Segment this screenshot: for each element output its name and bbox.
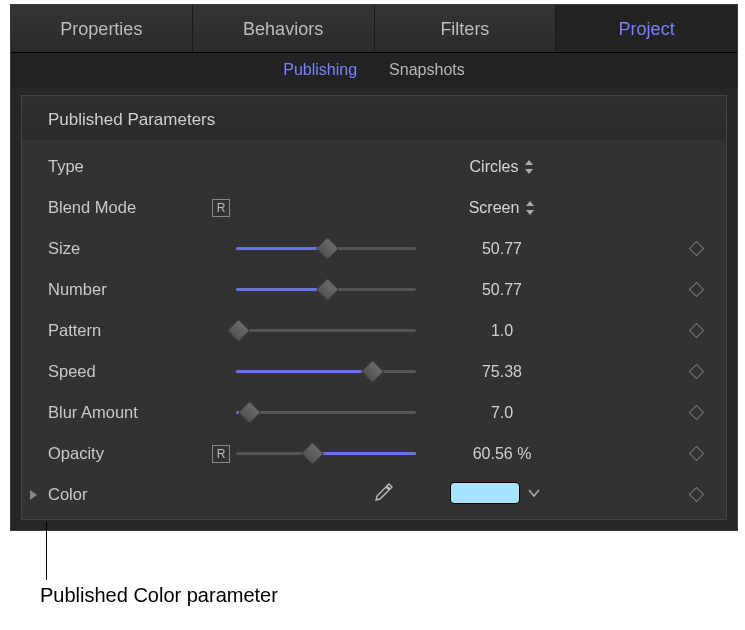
keyframe-button[interactable] xyxy=(682,366,710,377)
color-well[interactable] xyxy=(422,482,582,508)
value-opacity[interactable]: 60.56 % xyxy=(422,445,582,463)
value-number[interactable]: 50.77 xyxy=(422,281,582,299)
param-label: Speed xyxy=(48,362,208,381)
r-icon: R xyxy=(212,445,230,463)
tab-behaviors[interactable]: Behaviors xyxy=(193,5,375,52)
param-label: Blur Amount xyxy=(48,403,208,422)
slider-blur[interactable] xyxy=(236,402,416,424)
param-row-type: Type Circles xyxy=(22,146,726,187)
param-label: Color xyxy=(48,485,208,504)
tab-project[interactable]: Project xyxy=(556,5,737,52)
r-icon: R xyxy=(212,199,230,217)
disclosure-triangle[interactable] xyxy=(22,489,44,501)
slider-pattern[interactable] xyxy=(236,320,416,342)
param-label: Type xyxy=(48,157,208,176)
popup-blend-value: Screen xyxy=(469,199,520,217)
section-title: Published Parameters xyxy=(22,96,726,140)
callout-label: Published Color parameter xyxy=(40,584,278,607)
param-label: Pattern xyxy=(48,321,208,340)
keyframe-button[interactable] xyxy=(682,325,710,336)
rigged-badge: R xyxy=(208,199,234,217)
sub-tab-bar: Publishing Snapshots xyxy=(11,53,737,87)
param-row-size: Size 50.77 xyxy=(22,228,726,269)
param-row-blend-mode: Blend Mode R Screen xyxy=(22,187,726,228)
keyframe-button[interactable] xyxy=(682,284,710,295)
slider-number[interactable] xyxy=(236,279,416,301)
popup-blend[interactable]: Screen xyxy=(422,199,582,217)
color-swatch xyxy=(450,482,520,504)
tab-filters[interactable]: Filters xyxy=(375,5,557,52)
subtab-publishing[interactable]: Publishing xyxy=(283,53,357,87)
keyframe-icon xyxy=(688,241,704,257)
value-blur[interactable]: 7.0 xyxy=(422,404,582,422)
value-speed[interactable]: 75.38 xyxy=(422,363,582,381)
rigged-badge: R xyxy=(208,445,234,463)
param-row-opacity: Opacity R 60.56 % xyxy=(22,433,726,474)
keyframe-icon xyxy=(688,446,704,462)
keyframe-icon xyxy=(688,487,704,503)
slider-size[interactable] xyxy=(236,238,416,260)
chevron-down-icon[interactable] xyxy=(528,484,540,502)
inspector-panel: Properties Behaviors Filters Project Pub… xyxy=(10,4,738,531)
popup-caret-icon xyxy=(525,201,535,215)
keyframe-button[interactable] xyxy=(682,489,710,500)
eyedropper-icon[interactable] xyxy=(372,482,394,507)
parameter-rows: Type Circles Blend Mode R xyxy=(22,140,726,519)
subtab-snapshots[interactable]: Snapshots xyxy=(389,53,465,87)
main-tab-bar: Properties Behaviors Filters Project xyxy=(11,5,737,53)
slider-speed[interactable] xyxy=(236,361,416,383)
keyframe-button[interactable] xyxy=(682,407,710,418)
param-row-number: Number 50.77 xyxy=(22,269,726,310)
keyframe-icon xyxy=(688,282,704,298)
tab-properties[interactable]: Properties xyxy=(11,5,193,52)
keyframe-icon xyxy=(688,364,704,380)
param-row-blur: Blur Amount 7.0 xyxy=(22,392,726,433)
popup-type[interactable]: Circles xyxy=(422,158,582,176)
param-row-color: Color xyxy=(22,474,726,515)
callout-line xyxy=(46,522,47,580)
param-row-pattern: Pattern 1.0 xyxy=(22,310,726,351)
published-parameters-section: Published Parameters Type Circles xyxy=(21,95,727,520)
keyframe-button[interactable] xyxy=(682,448,710,459)
popup-type-value: Circles xyxy=(470,158,519,176)
slider-opacity[interactable] xyxy=(236,443,416,465)
param-label: Opacity xyxy=(48,444,208,463)
param-label: Blend Mode xyxy=(48,198,208,217)
popup-caret-icon xyxy=(524,160,534,174)
param-label: Size xyxy=(48,239,208,258)
param-label: Number xyxy=(48,280,208,299)
value-pattern[interactable]: 1.0 xyxy=(422,322,582,340)
keyframe-button[interactable] xyxy=(682,243,710,254)
keyframe-icon xyxy=(688,323,704,339)
param-row-speed: Speed 75.38 xyxy=(22,351,726,392)
keyframe-icon xyxy=(688,405,704,421)
value-size[interactable]: 50.77 xyxy=(422,240,582,258)
